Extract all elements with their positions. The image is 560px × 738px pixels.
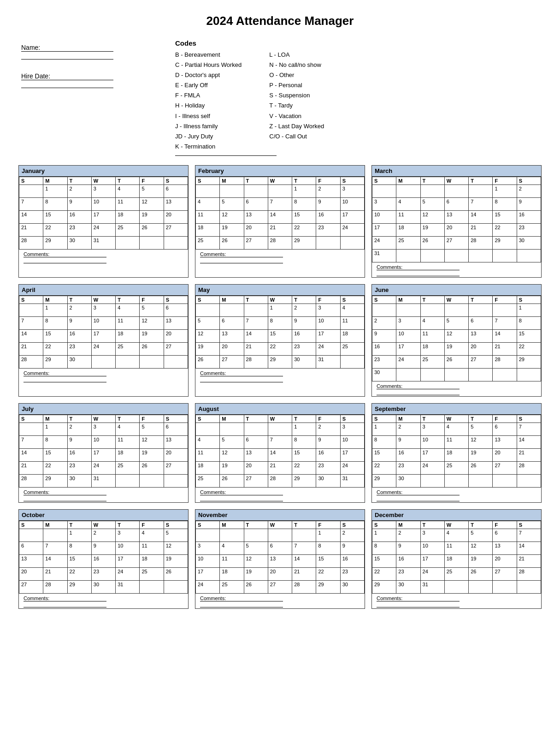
day-header: S <box>340 177 364 184</box>
calendar-day <box>116 474 140 487</box>
calendar-day: 20 <box>244 223 268 236</box>
calendar-day: 7 <box>268 197 292 210</box>
calendar-day <box>493 580 517 593</box>
calendar-day: 26 <box>140 223 164 236</box>
calendar-day: 28 <box>493 355 517 368</box>
calendar-day: 17 <box>396 342 420 355</box>
calendar-day: 29 <box>292 236 316 249</box>
calendar-day: 6 <box>469 316 493 329</box>
calendar-header-july: July <box>19 404 188 415</box>
calendar-day: 27 <box>268 580 292 593</box>
calendar-day: 21 <box>43 567 67 580</box>
calendar-day: 17 <box>372 223 396 236</box>
calendar-day: 13 <box>164 435 188 448</box>
calendar-day: 21 <box>292 567 316 580</box>
day-header: F <box>140 177 164 184</box>
calendar-day: 7 <box>517 423 541 435</box>
calendar-day: 5 <box>420 197 444 210</box>
calendar-day: 12 <box>469 542 493 554</box>
calendar-day: 16 <box>67 448 91 461</box>
calendar-day: 2 <box>517 184 541 197</box>
calendar-day <box>91 355 115 368</box>
day-header: M <box>396 415 420 423</box>
calendar-day: 13 <box>493 542 517 554</box>
calendar-day: 25 <box>196 474 220 487</box>
calendar-day <box>244 529 268 542</box>
calendar-day: 8 <box>292 197 316 210</box>
calendar-day: 27 <box>164 342 188 355</box>
day-header: F <box>140 415 164 423</box>
calendar-day: 19 <box>244 567 268 580</box>
calendar-day: 4 <box>116 184 140 197</box>
calendar-day <box>493 304 517 316</box>
calendar-day <box>244 423 268 435</box>
page-title: 2024 Attendance Manager <box>18 14 542 28</box>
calendar-comments: Comments: <box>195 369 365 383</box>
calendar-day: 19 <box>444 342 468 355</box>
calendar-day: 2 <box>316 423 340 435</box>
calendar-day: 8 <box>268 316 292 329</box>
calendar-day: 26 <box>220 474 244 487</box>
calendar-day: 4 <box>444 423 468 435</box>
calendar-day: 5 <box>220 435 244 448</box>
calendar-day: 8 <box>43 316 67 329</box>
calendar-day: 16 <box>372 342 396 355</box>
calendar-day: 29 <box>316 580 340 593</box>
calendar-day <box>396 368 420 381</box>
calendar-day <box>196 529 220 542</box>
calendar-day: 3 <box>91 184 115 197</box>
day-header: M <box>43 177 67 184</box>
calendar-day: 15 <box>268 329 292 342</box>
calendar-day: 8 <box>67 542 91 554</box>
calendar-day: 26 <box>420 236 444 249</box>
day-header: S <box>196 177 220 184</box>
calendar-day <box>268 529 292 542</box>
calendar-day: 9 <box>67 316 91 329</box>
calendar-day: 31 <box>340 474 364 487</box>
calendar-april: AprilSMTWTFS1234567891011121314151617181… <box>18 284 189 397</box>
calendar-day <box>340 355 364 368</box>
calendar-day: 31 <box>372 249 396 262</box>
calendar-day: 28 <box>43 580 67 593</box>
calendar-comments: Comments: <box>372 262 541 277</box>
day-header: W <box>444 521 468 529</box>
day-header: T <box>67 415 91 423</box>
calendar-march: MarchSMTWTFS1234567891011121314151617181… <box>371 165 542 278</box>
day-header: W <box>444 177 468 184</box>
calendar-day: 6 <box>493 423 517 435</box>
calendar-day: 15 <box>43 329 67 342</box>
day-header: W <box>91 521 115 529</box>
calendar-day: 16 <box>292 329 316 342</box>
calendar-day: 29 <box>517 355 541 368</box>
day-header: M <box>43 296 67 304</box>
calendar-day: 29 <box>372 580 396 593</box>
day-header: M <box>43 415 67 423</box>
calendar-day: 18 <box>444 448 468 461</box>
day-header: T <box>244 415 268 423</box>
day-header: S <box>340 521 364 529</box>
calendar-day <box>116 236 140 249</box>
calendar-day: 25 <box>196 236 220 249</box>
calendar-comments: Comments: <box>372 488 541 502</box>
calendar-august: AugustSMTWTFS123456789101112131415161718… <box>195 403 365 503</box>
calendar-day: 21 <box>19 461 43 474</box>
calendar-day <box>140 580 164 593</box>
calendar-day: 21 <box>517 448 541 461</box>
calendar-day: 10 <box>340 435 364 448</box>
calendar-day: 13 <box>268 554 292 567</box>
calendar-day: 18 <box>196 223 220 236</box>
calendar-day <box>444 184 468 197</box>
calendar-day <box>420 249 444 262</box>
calendar-day: 13 <box>444 210 468 223</box>
calendar-day: 22 <box>292 461 316 474</box>
calendar-day: 15 <box>292 448 316 461</box>
calendar-day: 12 <box>444 329 468 342</box>
calendar-header-march: March <box>372 166 541 177</box>
calendar-day: 6 <box>164 423 188 435</box>
calendar-day: 12 <box>140 435 164 448</box>
calendar-day: 27 <box>19 580 43 593</box>
day-header: F <box>140 296 164 304</box>
calendar-day: 10 <box>196 554 220 567</box>
calendar-day: 2 <box>91 529 115 542</box>
day-header: F <box>316 177 340 184</box>
